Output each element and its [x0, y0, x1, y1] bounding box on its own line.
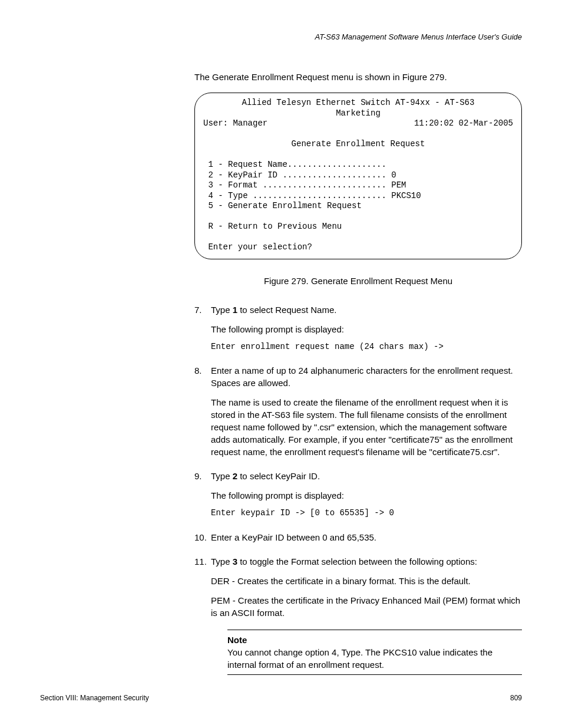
terminal-item-4: 4 - Type ........................... PKC… — [208, 191, 421, 200]
step-number: 11. — [194, 555, 207, 568]
page-header: AT-S63 Management Software Menus Interfa… — [40, 32, 522, 42]
terminal-timestamp: 11:20:02 02-Mar-2005 — [414, 118, 513, 129]
step-9: 9. Type 2 to select KeyPair ID. The foll… — [194, 470, 522, 519]
step-text: Type 2 to select KeyPair ID. — [211, 471, 320, 481]
terminal-item-2: 2 - KeyPair ID ..................... 0 — [208, 170, 396, 180]
step-11: 11. Type 3 to toggle the Format selectio… — [194, 555, 522, 675]
step-text: Type 3 to toggle the Format selection be… — [211, 556, 477, 566]
terminal-user: User: Manager — [203, 118, 267, 129]
step-7: 7. Type 1 to select Request Name. The fo… — [194, 304, 522, 353]
terminal-return: R - Return to Previous Menu — [208, 222, 342, 231]
step-para: DER - Creates the certificate in a binar… — [211, 575, 522, 587]
step-8: 8. Enter a name of up to 24 alphanumeric… — [194, 364, 522, 458]
step-para: The following prompt is displayed: — [211, 489, 522, 502]
step-number: 8. — [194, 364, 202, 377]
step-text: Type 1 to select Request Name. — [211, 305, 336, 315]
step-text: Enter a KeyPair ID between 0 and 65,535. — [211, 532, 376, 542]
step-number: 7. — [194, 304, 202, 316]
footer-section: Section VIII: Management Security — [40, 693, 149, 703]
terminal-screen: Allied Telesyn Ethernet Switch AT-94xx -… — [194, 93, 522, 259]
step-para: The following prompt is displayed: — [211, 323, 522, 335]
terminal-title: Allied Telesyn Ethernet Switch AT-94xx -… — [242, 98, 475, 107]
terminal-menu-title: Generate Enrollment Request — [292, 139, 425, 149]
step-mono: Enter keypair ID -> [0 to 65535] -> 0 — [211, 508, 522, 519]
step-number: 9. — [194, 470, 202, 482]
intro-text: The Generate Enrollment Request menu is … — [194, 71, 522, 83]
note-title: Note — [227, 634, 522, 646]
terminal-subtitle: Marketing — [336, 108, 381, 118]
figure-caption: Figure 279. Generate Enrollment Request … — [194, 275, 522, 287]
step-mono: Enter enrollment request name (24 chars … — [211, 341, 522, 353]
terminal-prompt: Enter your selection? — [208, 242, 312, 252]
note-body: You cannot change option 4, Type. The PK… — [227, 646, 522, 671]
step-para: PEM - Creates the certificate in the Pri… — [211, 594, 522, 619]
note-block: Note You cannot change option 4, Type. T… — [227, 630, 522, 675]
terminal-item-3: 3 - Format ......................... PEM — [208, 180, 406, 190]
terminal-item-1: 1 - Request Name.................... — [208, 160, 386, 169]
step-para: The name is used to create the filename … — [211, 396, 522, 458]
footer-page-number: 809 — [510, 693, 522, 703]
step-10: 10. Enter a KeyPair ID between 0 and 65,… — [194, 531, 522, 543]
step-number: 10. — [194, 531, 207, 543]
terminal-item-5: 5 - Generate Enrollment Request — [208, 201, 361, 210]
step-text: Enter a name of up to 24 alphanumeric ch… — [211, 365, 513, 388]
